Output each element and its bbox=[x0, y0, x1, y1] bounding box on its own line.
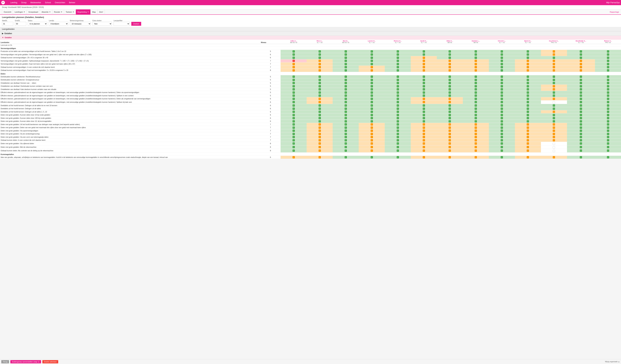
status-cell[interactable] bbox=[541, 132, 567, 136]
status-cell[interactable] bbox=[489, 123, 515, 126]
status-cell[interactable] bbox=[437, 81, 463, 85]
status-cell[interactable] bbox=[307, 129, 333, 132]
status-cell[interactable] bbox=[567, 123, 595, 126]
status-cell[interactable] bbox=[489, 53, 515, 56]
status-cell[interactable] bbox=[411, 110, 437, 113]
status-cell[interactable] bbox=[307, 156, 333, 159]
status-cell[interactable] bbox=[595, 56, 621, 59]
status-cell[interactable] bbox=[385, 56, 411, 59]
status-cell[interactable] bbox=[307, 94, 333, 97]
status-cell[interactable] bbox=[333, 129, 359, 132]
status-cell[interactable] bbox=[307, 69, 333, 72]
status-cell[interactable] bbox=[567, 145, 595, 149]
status-cell[interactable] bbox=[567, 117, 595, 120]
status-cell[interactable] bbox=[333, 59, 359, 62]
status-cell[interactable] bbox=[489, 81, 515, 85]
status-cell[interactable] bbox=[515, 135, 541, 139]
status-cell[interactable] bbox=[567, 81, 595, 85]
app-logo[interactable]: P bbox=[1, 1, 6, 4]
status-cell[interactable] bbox=[541, 107, 567, 110]
status-cell[interactable] bbox=[333, 123, 359, 126]
status-cell[interactable] bbox=[437, 85, 463, 88]
status-cell[interactable] bbox=[411, 129, 437, 132]
status-cell[interactable] bbox=[333, 85, 359, 88]
status-cell[interactable] bbox=[385, 123, 411, 126]
status-cell[interactable] bbox=[541, 88, 567, 91]
status-cell[interactable] bbox=[595, 123, 621, 126]
status-cell[interactable] bbox=[595, 88, 621, 91]
status-cell[interactable] bbox=[333, 100, 359, 104]
status-cell[interactable] bbox=[333, 117, 359, 120]
status-cell[interactable] bbox=[307, 126, 333, 129]
status-cell[interactable] bbox=[541, 142, 567, 145]
status-cell[interactable] bbox=[385, 53, 411, 56]
status-cell[interactable] bbox=[359, 132, 385, 136]
status-cell[interactable] bbox=[281, 123, 307, 126]
status-cell[interactable] bbox=[411, 100, 437, 104]
status-cell[interactable] bbox=[411, 56, 437, 59]
status-cell[interactable] bbox=[541, 78, 567, 82]
status-cell[interactable] bbox=[595, 69, 621, 72]
status-cell[interactable] bbox=[307, 145, 333, 149]
status-cell[interactable] bbox=[515, 88, 541, 91]
status-cell[interactable] bbox=[359, 69, 385, 72]
status-cell[interactable] bbox=[333, 88, 359, 91]
status-cell[interactable] bbox=[333, 50, 359, 53]
status-cell[interactable] bbox=[437, 156, 463, 159]
status-cell[interactable] bbox=[411, 132, 437, 136]
status-cell[interactable] bbox=[307, 117, 333, 120]
status-cell[interactable] bbox=[333, 91, 359, 94]
status-cell[interactable] bbox=[307, 104, 333, 107]
status-cell[interactable] bbox=[437, 107, 463, 110]
status-cell[interactable] bbox=[307, 75, 333, 78]
status-cell[interactable] bbox=[281, 88, 307, 91]
status-cell[interactable] bbox=[463, 139, 489, 142]
status-cell[interactable] bbox=[333, 113, 359, 117]
status-cell[interactable] bbox=[541, 97, 567, 101]
status-cell[interactable] bbox=[385, 69, 411, 72]
status-cell[interactable] bbox=[411, 123, 437, 126]
status-cell[interactable] bbox=[567, 62, 595, 66]
status-cell[interactable] bbox=[359, 66, 385, 69]
status-cell[interactable] bbox=[437, 50, 463, 53]
status-cell[interactable] bbox=[515, 56, 541, 59]
status-cell[interactable] bbox=[307, 120, 333, 123]
status-cell[interactable] bbox=[595, 139, 621, 142]
status-cell[interactable] bbox=[359, 156, 385, 159]
status-cell[interactable] bbox=[567, 129, 595, 132]
status-cell[interactable] bbox=[307, 81, 333, 85]
status-cell[interactable] bbox=[281, 104, 307, 107]
status-cell[interactable] bbox=[463, 135, 489, 139]
status-cell[interactable] bbox=[541, 113, 567, 117]
status-cell[interactable] bbox=[437, 94, 463, 97]
tab-leerlingen[interactable]: Leerlingen ▼ bbox=[13, 9, 27, 15]
status-cell[interactable] bbox=[385, 126, 411, 129]
status-cell[interactable] bbox=[385, 91, 411, 94]
status-cell[interactable] bbox=[515, 53, 541, 56]
status-cell[interactable] bbox=[515, 129, 541, 132]
status-cell[interactable] bbox=[541, 59, 567, 62]
status-cell[interactable] bbox=[359, 91, 385, 94]
status-cell[interactable] bbox=[385, 104, 411, 107]
status-cell[interactable] bbox=[333, 126, 359, 129]
status-cell[interactable] bbox=[385, 94, 411, 97]
status-cell[interactable] bbox=[567, 69, 595, 72]
status-cell[interactable] bbox=[281, 113, 307, 117]
status-cell[interactable] bbox=[515, 85, 541, 88]
nav-groep[interactable]: Groep bbox=[19, 0, 29, 5]
status-cell[interactable] bbox=[437, 142, 463, 145]
status-cell[interactable] bbox=[489, 145, 515, 149]
status-cell[interactable] bbox=[541, 94, 567, 97]
status-cell[interactable] bbox=[359, 56, 385, 59]
status-cell[interactable] bbox=[541, 104, 567, 107]
status-cell[interactable] bbox=[411, 91, 437, 94]
status-cell[interactable] bbox=[595, 126, 621, 129]
status-cell[interactable] bbox=[307, 123, 333, 126]
status-cell[interactable] bbox=[385, 100, 411, 104]
status-cell[interactable] bbox=[333, 66, 359, 69]
status-cell[interactable] bbox=[437, 75, 463, 78]
status-cell[interactable] bbox=[489, 129, 515, 132]
status-cell[interactable] bbox=[385, 75, 411, 78]
status-cell[interactable] bbox=[515, 107, 541, 110]
status-cell[interactable] bbox=[281, 78, 307, 82]
